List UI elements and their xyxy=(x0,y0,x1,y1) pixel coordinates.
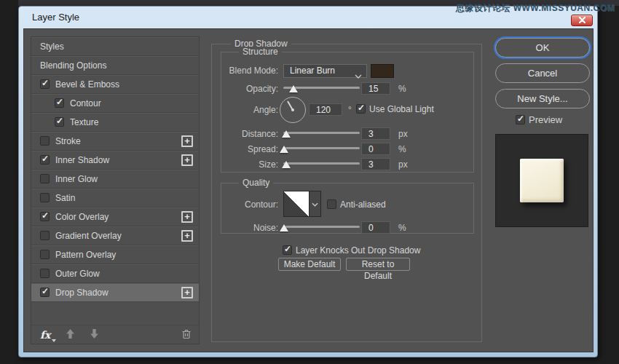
opacity-input[interactable]: 15 xyxy=(361,82,390,95)
move-effect-down-button[interactable] xyxy=(90,329,98,341)
blend-mode-label: Blend Mode: xyxy=(221,64,278,77)
angle-label: Angle: xyxy=(221,103,278,116)
add-effect-icon[interactable]: + xyxy=(181,135,193,147)
blend-mode-value: Linear Burn xyxy=(290,66,335,76)
add-effect-icon[interactable]: + xyxy=(181,154,193,166)
anti-aliased-checkbox[interactable] xyxy=(327,199,336,209)
chevron-down-icon xyxy=(312,199,318,209)
effect-checkbox[interactable] xyxy=(40,79,50,89)
effect-checkbox[interactable] xyxy=(40,288,50,297)
contour-picker[interactable] xyxy=(283,191,310,217)
angle-dial[interactable] xyxy=(280,97,306,123)
sidebar-item-label: Satin xyxy=(55,193,75,203)
dialog-content: StylesBlending OptionsBevel & EmbossCont… xyxy=(23,28,594,352)
distance-slider-thumb[interactable] xyxy=(282,130,291,138)
sidebar-item-texture[interactable]: Texture xyxy=(31,113,199,132)
layer-knocks-out-label: Layer Knocks Out Drop Shadow xyxy=(296,245,420,256)
sidebar-item-label: Stroke xyxy=(55,136,81,146)
make-default-button[interactable]: Make Default xyxy=(278,258,341,271)
effect-checkbox[interactable] xyxy=(40,269,50,278)
noise-slider-thumb[interactable] xyxy=(280,224,288,232)
close-button[interactable] xyxy=(571,15,593,26)
distance-slider-track[interactable] xyxy=(283,132,360,134)
distance-input[interactable]: 3 xyxy=(361,127,390,140)
sidebar-item-label: Styles xyxy=(40,41,64,52)
effect-checkbox[interactable] xyxy=(40,250,50,259)
opacity-slider-thumb[interactable] xyxy=(289,85,298,92)
effect-checkbox[interactable] xyxy=(40,212,50,221)
sidebar-item-satin[interactable]: Satin xyxy=(31,189,199,207)
add-effect-icon[interactable]: + xyxy=(181,211,193,223)
sidebar-item-drop-shadow[interactable]: Drop Shadow+ xyxy=(31,283,199,302)
cancel-button[interactable]: Cancel xyxy=(495,63,590,83)
spread-slider-track[interactable] xyxy=(283,147,360,149)
dialog-title: Layer Style xyxy=(32,7,79,28)
spread-slider-thumb[interactable] xyxy=(280,146,288,153)
spread-slider[interactable] xyxy=(283,145,360,154)
size-slider[interactable] xyxy=(283,160,360,169)
reset-to-default-button[interactable]: Reset to Default xyxy=(346,258,410,271)
fx-caret-icon xyxy=(52,339,56,342)
sidebar-item-label: Color Overlay xyxy=(55,212,109,222)
noise-slider[interactable] xyxy=(283,223,360,232)
sidebar-item-blending-options[interactable]: Blending Options xyxy=(31,56,199,75)
sidebar-footer: fx xyxy=(31,325,199,344)
sidebar-item-inner-shadow[interactable]: Inner Shadow+ xyxy=(31,151,199,170)
effects-list: StylesBlending OptionsBevel & EmbossCont… xyxy=(31,37,199,302)
size-input[interactable]: 3 xyxy=(361,158,390,170)
add-effect-icon[interactable]: + xyxy=(181,287,193,298)
ok-button[interactable]: OK xyxy=(495,38,590,58)
distance-slider[interactable] xyxy=(283,130,360,138)
watermark-text: 思缘设计论坛 WWW.MISSYUAN.COM xyxy=(456,2,615,15)
size-slider-track[interactable] xyxy=(283,162,360,165)
sidebar-item-label: Blending Options xyxy=(40,60,106,71)
sidebar-item-stroke[interactable]: Stroke+ xyxy=(31,132,199,151)
opacity-slider[interactable] xyxy=(283,84,360,93)
effect-checkbox[interactable] xyxy=(40,231,50,240)
layer-style-dialog: Layer Style StylesBlending OptionsBevel … xyxy=(18,6,598,357)
chevron-down-icon xyxy=(355,70,362,82)
contour-label: Contour: xyxy=(221,198,278,211)
effect-checkbox[interactable] xyxy=(40,174,50,183)
noise-slider-track[interactable] xyxy=(283,226,360,228)
move-effect-up-button[interactable] xyxy=(66,329,74,341)
sidebar-item-label: Texture xyxy=(70,117,98,127)
sidebar-item-styles[interactable]: Styles xyxy=(31,37,199,56)
sidebar-item-outer-glow[interactable]: Outer Glow xyxy=(31,264,199,283)
sidebar-item-bevel-emboss[interactable]: Bevel & Emboss xyxy=(31,75,199,94)
blend-mode-select[interactable]: Linear Burn xyxy=(283,64,367,78)
delete-effect-button[interactable] xyxy=(181,328,192,341)
sidebar-item-inner-glow[interactable]: Inner Glow xyxy=(31,170,199,189)
layer-knocks-out-checkbox[interactable] xyxy=(283,245,292,255)
sidebar-item-gradient-overlay[interactable]: Gradient Overlay+ xyxy=(31,226,199,245)
use-global-light-label: Use Global Light xyxy=(369,103,434,115)
anti-aliased-label: Anti-aliased xyxy=(340,199,386,210)
preview-thumbnail xyxy=(495,134,588,227)
use-global-light-checkbox[interactable] xyxy=(356,104,366,114)
sidebar-item-label: Bevel & Emboss xyxy=(55,79,119,90)
effect-checkbox[interactable] xyxy=(40,193,50,202)
new-style-button[interactable]: New Style... xyxy=(495,89,590,108)
angle-input[interactable]: 120 xyxy=(309,103,342,116)
noise-label: Noise: xyxy=(221,221,278,234)
effect-checkbox[interactable] xyxy=(55,117,64,127)
size-slider-thumb[interactable] xyxy=(282,161,291,168)
effect-checkbox[interactable] xyxy=(40,136,50,146)
add-effect-icon[interactable]: + xyxy=(181,230,193,242)
fx-menu-button[interactable]: fx xyxy=(40,329,50,341)
sidebar-item-pattern-overlay[interactable]: Pattern Overlay xyxy=(31,245,199,264)
noise-input[interactable]: 0 xyxy=(361,221,390,234)
spread-input[interactable]: 0 xyxy=(361,143,390,155)
close-icon xyxy=(579,15,586,25)
drop-shadow-panel: Drop Shadow Structure Blend Mode: Linear… xyxy=(211,44,482,342)
effect-checkbox[interactable] xyxy=(40,155,50,165)
preview-checkbox[interactable] xyxy=(516,115,525,124)
shadow-color-swatch[interactable] xyxy=(371,64,394,78)
effects-sidebar: StylesBlending OptionsBevel & EmbossCont… xyxy=(31,36,200,344)
sidebar-item-contour[interactable]: Contour xyxy=(31,94,199,113)
sidebar-item-color-overlay[interactable]: Color Overlay+ xyxy=(31,207,199,226)
effect-checkbox[interactable] xyxy=(55,98,64,108)
contour-dropdown-button[interactable] xyxy=(310,191,321,217)
sidebar-item-label: Gradient Overlay xyxy=(55,231,122,241)
size-unit: px xyxy=(398,158,408,171)
